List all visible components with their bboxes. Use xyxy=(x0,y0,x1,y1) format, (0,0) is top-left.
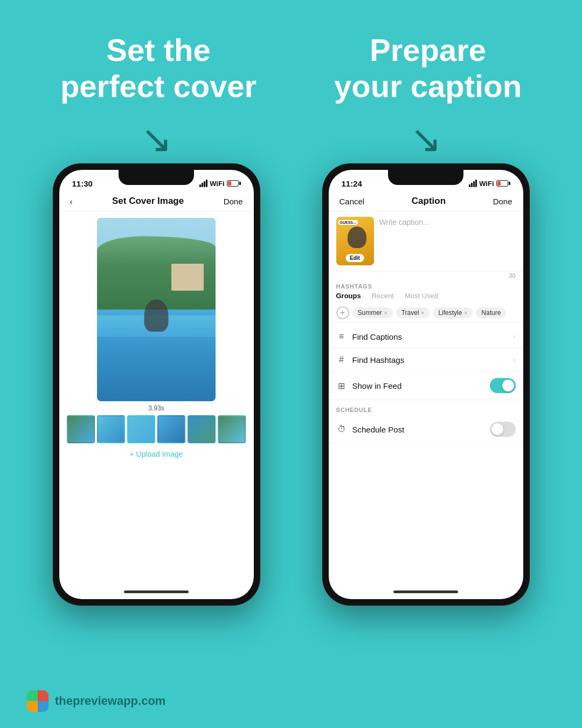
grid-icon: ⊞ xyxy=(336,381,347,391)
show-in-feed-toggle[interactable] xyxy=(490,378,516,393)
upload-image-button[interactable]: + Upload Image xyxy=(129,450,183,458)
schedule-post-row: ⏱ Schedule Post xyxy=(329,415,523,444)
find-captions-left: ≡ Find Captions xyxy=(336,332,403,341)
left-status-time: 11:30 xyxy=(72,179,93,188)
edit-label[interactable]: Edit xyxy=(345,254,364,262)
right-status-time: 11:24 xyxy=(342,179,362,188)
chip-travel-label: Travel xyxy=(401,309,419,317)
home-bar-r xyxy=(393,590,458,593)
left-status-icons: WiFi xyxy=(199,180,240,188)
left-arrow-icon: ↙ xyxy=(141,120,172,158)
battery-icon-r xyxy=(496,180,510,187)
film-thumb-2[interactable] xyxy=(97,415,125,443)
schedule-label: SCHEDULE xyxy=(329,403,523,415)
film-thumb-5[interactable] xyxy=(188,415,216,443)
chip-lifestyle-label: Lifestyle xyxy=(438,309,462,317)
chip-travel[interactable]: Travel × xyxy=(396,307,430,318)
find-hashtags-chevron: › xyxy=(513,355,516,364)
film-thumb-1[interactable] xyxy=(67,415,95,443)
footer: thepreviewapp.com xyxy=(27,690,165,712)
left-line1: Set the xyxy=(106,32,210,67)
right-line1: Prepare xyxy=(370,32,486,67)
timestamp: 3.93s xyxy=(148,404,164,412)
right-home-indicator xyxy=(329,584,523,599)
chip-travel-remove[interactable]: × xyxy=(421,310,425,316)
show-in-feed-label: Show in Feed xyxy=(352,381,402,390)
rbar1 xyxy=(469,184,470,187)
find-captions-row[interactable]: ≡ Find Captions › xyxy=(329,325,523,348)
right-nav-title: Caption xyxy=(412,196,446,207)
phones-row: 11:30 WiFi xyxy=(22,163,560,706)
right-done-button[interactable]: Done xyxy=(493,197,512,206)
schedule-post-label: Schedule Post xyxy=(352,425,405,434)
caption-body: GUESS... Edit Write caption... 30 HASHTA… xyxy=(329,211,523,584)
schedule-post-left: ⏱ Schedule Post xyxy=(336,424,405,434)
tab-most-used[interactable]: Most Used xyxy=(405,292,438,300)
chip-nature[interactable]: Nature xyxy=(476,307,506,318)
show-in-feed-row: ⊞ Show in Feed xyxy=(329,372,523,400)
find-hashtags-label: Find Hashtags xyxy=(352,355,405,365)
add-chip-button[interactable]: + xyxy=(336,306,349,319)
right-status-icons: WiFi xyxy=(469,180,510,188)
hashtag-chips: + Summer × Travel × Lifestyle × xyxy=(329,303,523,323)
find-hashtags-left: # Find Hashtags xyxy=(336,355,405,365)
rbar4 xyxy=(475,180,477,187)
hash-icon: # xyxy=(336,355,347,365)
lines-icon: ≡ xyxy=(336,332,347,341)
bar2 xyxy=(202,183,203,187)
phone-left: 11:30 WiFi xyxy=(53,163,260,606)
right-nav-bar: Cancel Caption Done xyxy=(329,194,523,211)
find-captions-chevron: › xyxy=(513,332,516,341)
left-done-button[interactable]: Done xyxy=(224,197,243,206)
phone-right-screen: 11:24 WiFi xyxy=(329,170,523,599)
bar3 xyxy=(204,181,205,187)
left-heading: Set the perfect cover xyxy=(60,32,257,104)
rbar2 xyxy=(471,183,473,187)
hashtag-tabs: Groups Recent Most Used xyxy=(329,292,523,300)
battery-icon xyxy=(227,180,241,187)
tab-groups[interactable]: Groups xyxy=(336,292,361,300)
chip-lifestyle-remove[interactable]: × xyxy=(464,310,467,316)
right-heading: Prepare your caption xyxy=(334,32,522,104)
cover-main-image xyxy=(97,218,216,401)
bar1 xyxy=(199,184,201,187)
headers-row: Set the perfect cover Prepare your capti… xyxy=(22,32,560,104)
chip-nature-label: Nature xyxy=(481,309,501,317)
film-thumb-4[interactable] xyxy=(157,415,185,443)
caption-top: GUESS... Edit Write caption... xyxy=(329,211,523,271)
cover-image-container: 3.93s + Upload Image xyxy=(59,211,254,584)
tab-recent[interactable]: Recent xyxy=(372,292,394,300)
chip-summer-remove[interactable]: × xyxy=(384,310,387,316)
left-nav-title: Set Cover Image xyxy=(112,196,184,207)
left-notch xyxy=(119,170,194,185)
wifi-icon: WiFi xyxy=(210,180,224,188)
caption-thumbnail[interactable]: GUESS... Edit xyxy=(336,217,374,265)
phone-right: 11:24 WiFi xyxy=(322,163,530,606)
chip-summer[interactable]: Summer × xyxy=(352,307,393,318)
write-caption-field[interactable]: Write caption... xyxy=(379,217,516,226)
rbar3 xyxy=(473,181,475,187)
signal-icon-r xyxy=(469,180,477,187)
film-thumb-6[interactable] xyxy=(218,415,246,443)
right-notch xyxy=(388,170,463,185)
find-hashtags-row[interactable]: # Find Hashtags › xyxy=(329,348,523,372)
pool-scene xyxy=(97,218,216,401)
filmstrip xyxy=(66,415,247,443)
building xyxy=(171,264,204,291)
logo-icon xyxy=(27,690,48,712)
chip-lifestyle[interactable]: Lifestyle × xyxy=(433,307,473,318)
film-thumb-3-selected[interactable] xyxy=(127,415,155,443)
schedule-post-toggle[interactable] xyxy=(490,422,516,437)
left-home-indicator xyxy=(59,584,254,599)
main-layout: Set the perfect cover Prepare your capti… xyxy=(0,0,582,728)
person-silhouette xyxy=(144,299,169,332)
right-header: Prepare your caption xyxy=(334,32,522,104)
hashtags-label: HASHTAGS xyxy=(329,280,523,292)
bar4 xyxy=(206,180,207,187)
cancel-button[interactable]: Cancel xyxy=(340,197,365,206)
right-line2: your caption xyxy=(334,68,522,104)
back-button[interactable]: ‹ xyxy=(70,197,73,206)
left-header: Set the perfect cover xyxy=(60,32,257,104)
arrow-row: ↙ ↘ xyxy=(22,120,560,158)
right-arrow-icon: ↘ xyxy=(410,120,442,158)
